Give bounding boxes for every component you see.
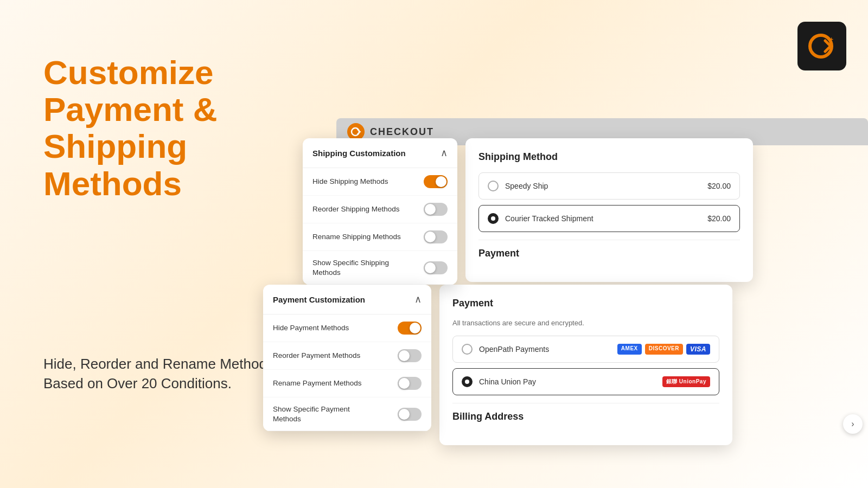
show-specific-payment-toggle[interactable] — [398, 408, 422, 421]
show-specific-payment-knob — [399, 409, 410, 420]
hide-payment-toggle[interactable] — [398, 322, 422, 335]
payment-section-label: Payment — [478, 248, 740, 259]
union-pay-label: China Union Pay — [479, 377, 536, 386]
radio-speedy-ship — [488, 181, 499, 191]
rename-payment-item: Rename Payment Methods — [263, 370, 431, 397]
reorder-payment-knob — [399, 350, 410, 361]
rename-payment-label: Rename Payment Methods — [273, 378, 362, 388]
rename-shipping-knob — [425, 232, 436, 242]
card-divider — [478, 240, 740, 240]
secure-text: All transactions are secure and encrypte… — [452, 319, 719, 327]
svg-point-2 — [352, 128, 359, 136]
shipping-method-card: Shipping Method Speedy Ship $20.00 Couri… — [465, 138, 753, 282]
svg-point-0 — [810, 35, 832, 57]
shipping-panel: Shipping Customization ∧ Hide Shipping M… — [303, 138, 457, 285]
hide-shipping-label: Hide Shipping Methods — [312, 177, 388, 187]
radio-openpath — [462, 344, 473, 355]
reorder-shipping-toggle[interactable] — [424, 203, 448, 216]
courier-price: $20.00 — [707, 214, 731, 223]
hide-shipping-knob — [436, 176, 446, 187]
logo-icon: + — [806, 30, 838, 62]
discover-badge: DISCOVER — [645, 344, 683, 355]
payment-panel-header: Payment Customization ∧ — [263, 285, 431, 314]
radio-courier — [488, 213, 499, 224]
svg-text:+: + — [829, 36, 833, 43]
payment-option-1-left: OpenPath Payments — [462, 344, 549, 355]
rename-payment-toggle[interactable] — [398, 377, 422, 390]
shipping-card-title: Shipping Method — [478, 151, 740, 163]
union-pay-badge: 銀聯 UnionPay — [662, 376, 710, 387]
hide-payment-knob — [410, 323, 420, 333]
hide-payment-item: Hide Payment Methods — [263, 314, 431, 342]
payment-method-card: Payment All transactions are secure and … — [439, 285, 732, 445]
checkout-bar-title: CHECKOUT — [370, 126, 434, 138]
show-specific-shipping-knob — [425, 262, 436, 273]
rename-shipping-item: Rename Shipping Methods — [303, 223, 457, 251]
reorder-payment-label: Reorder Payment Methods — [273, 351, 360, 361]
show-specific-payment-label: Show Specific Payment Methods — [273, 404, 371, 423]
hide-shipping-item: Hide Shipping Methods — [303, 168, 457, 196]
hero-title: Customize Payment & Shipping Methods — [43, 54, 315, 202]
reorder-shipping-label: Reorder Shipping Methods — [312, 204, 400, 214]
rename-shipping-label: Rename Shipping Methods — [312, 232, 401, 242]
rename-payment-knob — [399, 378, 410, 389]
radio-union-pay — [462, 376, 473, 387]
visa-badge: VISA — [686, 344, 710, 355]
reorder-payment-toggle[interactable] — [398, 349, 422, 362]
rename-shipping-toggle[interactable] — [424, 230, 448, 243]
reorder-shipping-item: Reorder Shipping Methods — [303, 196, 457, 223]
shipping-option-1[interactable]: Speedy Ship $20.00 — [478, 172, 740, 200]
reorder-shipping-knob — [425, 204, 436, 215]
hide-shipping-toggle[interactable] — [424, 175, 448, 188]
speedy-ship-label: Speedy Ship — [505, 182, 548, 190]
show-specific-shipping-toggle[interactable] — [424, 261, 448, 274]
hide-payment-label: Hide Payment Methods — [273, 323, 349, 333]
app-logo-box: + — [797, 22, 846, 70]
speedy-ship-price: $20.00 — [707, 182, 731, 190]
shipping-panel-chevron[interactable]: ∧ — [441, 147, 448, 159]
openpath-label: OpenPath Payments — [479, 345, 549, 354]
openpath-brands: AMEX DISCOVER VISA — [617, 344, 710, 355]
payment-panel-title: Payment Customization — [273, 295, 365, 304]
union-pay-brands: 銀聯 UnionPay — [662, 376, 710, 387]
show-specific-shipping-item: Show Specific Shipping Methods — [303, 251, 457, 285]
shipping-panel-title: Shipping Customization — [312, 149, 406, 158]
amex-badge: AMEX — [617, 344, 642, 355]
show-specific-payment-item: Show Specific Payment Methods — [263, 397, 431, 431]
payment-option-2[interactable]: China Union Pay 銀聯 UnionPay — [452, 368, 719, 395]
payment-panel: Payment Customization ∧ Hide Payment Met… — [263, 285, 431, 431]
shipping-option-1-left: Speedy Ship — [488, 181, 548, 191]
courier-label: Courier Tracked Shipment — [505, 214, 593, 223]
payment-option-2-left: China Union Pay — [462, 376, 536, 387]
reorder-payment-item: Reorder Payment Methods — [263, 342, 431, 370]
payment-option-1[interactable]: OpenPath Payments AMEX DISCOVER VISA — [452, 336, 719, 363]
billing-label: Billing Address — [452, 411, 719, 422]
shipping-option-2-left: Courier Tracked Shipment — [488, 213, 593, 224]
payment-divider — [452, 403, 719, 403]
scroll-down-arrow[interactable]: › — [843, 414, 863, 434]
show-specific-shipping-label: Show Specific Shipping Methods — [312, 258, 410, 277]
payment-card-title: Payment — [452, 298, 719, 309]
payment-panel-chevron[interactable]: ∧ — [414, 293, 422, 305]
shipping-panel-header: Shipping Customization ∧ — [303, 138, 457, 168]
shipping-option-2[interactable]: Courier Tracked Shipment $20.00 — [478, 205, 740, 232]
